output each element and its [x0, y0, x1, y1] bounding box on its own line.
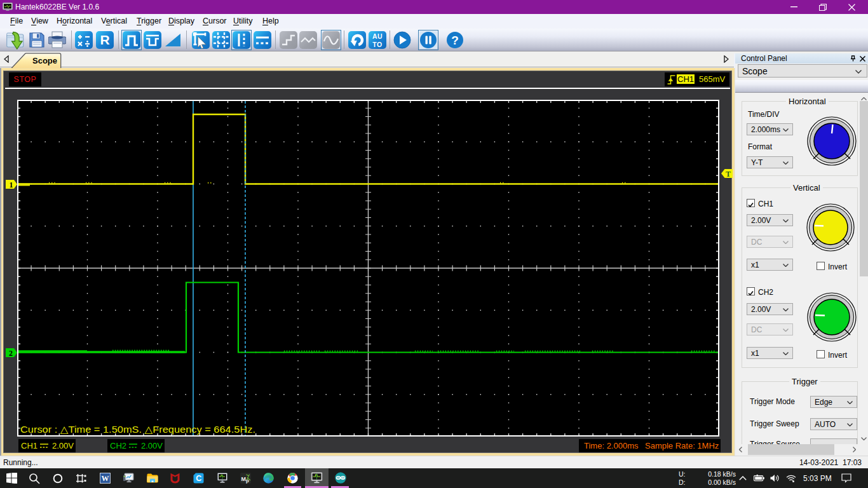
svg-text:?: ? — [451, 34, 459, 47]
svg-text:2: 2 — [9, 349, 13, 358]
svg-text:W: W — [102, 474, 109, 483]
svg-text:C: C — [196, 474, 201, 483]
svg-text:T: T — [726, 170, 731, 179]
svg-text:M: M — [241, 476, 247, 482]
svg-text:p: p — [246, 478, 249, 484]
svg-text:1: 1 — [10, 180, 13, 189]
svg-text:Cursor : △Time = 1.50mS. △Freq: Cursor : △Time = 1.50mS. △Frequency = 66… — [20, 424, 255, 435]
